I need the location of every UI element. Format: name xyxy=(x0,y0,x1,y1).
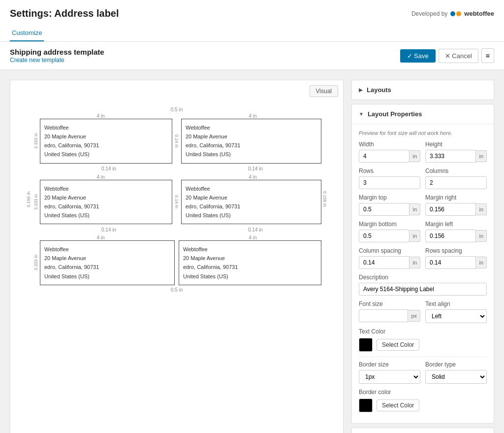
font-size-unit: px xyxy=(408,310,420,322)
right-panel: ▶ Layouts ▼ Layout Properties Preview fo… xyxy=(351,80,494,433)
addr-line-1-4: United States (US) xyxy=(44,150,168,159)
row-spacing-1: 0.14 in 0.14 in xyxy=(32,164,321,174)
text-align-group: Text align Left Center Right xyxy=(425,300,487,323)
col-spacing-label-2: 0.14 in xyxy=(174,195,179,208)
margin-bottom-left-row: Margin bottom in Margin left in xyxy=(359,221,487,242)
width-input[interactable] xyxy=(359,150,410,163)
layout-properties-title: Layout Properties xyxy=(368,110,422,118)
addr-line-1-3: edro, California, 90731 xyxy=(44,141,168,150)
text-color-group: Text Color Select Color xyxy=(359,328,487,352)
col-spacing-input[interactable] xyxy=(359,256,410,269)
margin-top-input[interactable] xyxy=(359,203,410,216)
sub-header-left: Shipping address template Create new tem… xyxy=(10,48,104,64)
grid-row-3-header: 4 in 4 in xyxy=(32,235,321,240)
label-cell-1-2: Webtoffee 20 Maple Avenue edro, Californ… xyxy=(181,119,321,164)
preview-main-row: 0.156 in 4 in 4 in xyxy=(25,113,328,285)
col-spacing-2: 0.14 in xyxy=(172,180,181,225)
menu-button[interactable]: ≡ xyxy=(481,48,494,63)
col-spacing-3 xyxy=(175,240,179,285)
border-type-label: Border type xyxy=(425,361,487,368)
label-cell-1-1: Webtoffee 20 Maple Avenue edro, Californ… xyxy=(40,119,172,164)
row3-col1-wrapper: 3.333 in Webtoffee 20 Maple Avenue edro,… xyxy=(32,240,175,285)
addr-line-1-1: Webtoffee xyxy=(44,123,168,132)
address-type-section: ▶ Address Type xyxy=(351,428,494,433)
cancel-button[interactable]: ✕ Cancel xyxy=(439,49,478,63)
row2-col1-width: 4 in xyxy=(32,174,169,180)
height-input[interactable] xyxy=(425,150,476,163)
visual-tab-bar: Visual xyxy=(15,85,338,97)
border-type-group: Border type Solid Dashed Dotted None xyxy=(425,361,487,384)
col1-header: 4 in xyxy=(32,113,169,119)
width-height-row: Width in Height in xyxy=(359,141,487,163)
margin-top-label: Margin top xyxy=(359,194,420,201)
row2-col2-wrapper: Webtoffee 20 Maple Avenue edro, Californ… xyxy=(181,180,321,225)
col2-width-label: 4 in xyxy=(184,113,321,119)
notice-text: Preview for font size will not work here… xyxy=(359,130,487,136)
brand-area: Developed by webtoffee xyxy=(411,10,494,17)
main-content: Visual 0.5 in 0.156 in 4 in xyxy=(0,70,504,433)
width-label: Width xyxy=(359,141,420,148)
description-input[interactable] xyxy=(359,283,487,296)
margin-bottom-unit: in xyxy=(410,230,420,242)
margin-bottom-input[interactable] xyxy=(359,230,410,242)
save-button[interactable]: ✓ Save xyxy=(400,49,436,63)
text-color-swatch[interactable] xyxy=(359,338,373,352)
margin-top-group: Margin top in xyxy=(359,194,420,216)
height-group: Height in xyxy=(425,141,487,163)
right-margin-label: 0.156 in xyxy=(321,113,328,285)
rows-input[interactable] xyxy=(359,176,420,189)
grid-row-1: 3.333 in Webtoffee 20 Maple Avenue edro,… xyxy=(32,119,321,164)
rows-label: Rows xyxy=(359,167,420,174)
border-color-select-button[interactable]: Select Color xyxy=(377,400,419,411)
margin-left-input[interactable] xyxy=(425,230,476,242)
text-align-select[interactable]: Left Center Right xyxy=(425,309,487,323)
border-size-group: Border size 1px 2px 3px xyxy=(359,361,420,384)
label-cell-2-2: Webtoffee 20 Maple Avenue edro, Californ… xyxy=(181,180,321,225)
text-color-select-button[interactable]: Select Color xyxy=(377,339,419,351)
grid-row-1-header: 4 in 4 in xyxy=(32,113,321,119)
label-preview-area: 0.5 in 0.156 in 4 in 4 in xyxy=(15,102,338,298)
row2-col2-width: 4 in xyxy=(184,174,321,180)
page-header: Settings: Address label Developed by web… xyxy=(0,0,504,42)
margin-left-label: Margin left xyxy=(425,221,487,228)
margin-right-input[interactable] xyxy=(425,203,476,216)
text-align-label: Text align xyxy=(425,300,487,307)
visual-panel: Visual 0.5 in 0.156 in 4 in xyxy=(10,80,344,433)
height-unit: in xyxy=(476,150,487,162)
rows-group: Rows xyxy=(359,167,420,189)
brand-dot-blue-icon xyxy=(450,11,455,16)
row-spacing-label: Rows spacing xyxy=(425,247,487,254)
border-type-select[interactable]: Solid Dashed Dotted None xyxy=(425,370,487,384)
margin-left-input-group: in xyxy=(425,230,487,242)
label-cell-3-1: Webtoffee 20 Maple Avenue edro, Californ… xyxy=(40,240,175,285)
create-new-template-link[interactable]: Create new template xyxy=(10,57,64,64)
col-spacing-unit: in xyxy=(410,257,420,268)
row-spacing-label-1: 0.14 in xyxy=(43,166,175,171)
margin-left-group: Margin left in xyxy=(425,221,487,242)
rows-cols-row: Rows Columns xyxy=(359,167,487,189)
grid-row-2-header: 4 in 4 in xyxy=(32,174,321,180)
divider-1 xyxy=(359,357,487,357)
addr-line-2-1: Webtoffee xyxy=(186,123,317,132)
grid-row-3: 3.333 in Webtoffee 20 Maple Avenue edro,… xyxy=(32,240,321,285)
toolbar: ✓ Save ✕ Cancel ≡ xyxy=(400,48,495,63)
border-size-select[interactable]: 1px 2px 3px xyxy=(359,370,420,384)
layouts-section-header[interactable]: ▶ Layouts xyxy=(352,80,494,100)
layout-properties-header[interactable]: ▼ Layout Properties xyxy=(352,104,494,124)
margin-right-unit: in xyxy=(476,203,487,215)
row-spacing-input[interactable] xyxy=(425,256,476,269)
visual-tab-button[interactable]: Visual xyxy=(310,85,338,97)
tab-bar: Customize xyxy=(10,25,494,41)
font-size-input[interactable] xyxy=(359,309,408,322)
text-color-swatch-row: Select Color xyxy=(359,338,487,352)
border-color-swatch[interactable] xyxy=(359,399,373,412)
address-type-header[interactable]: ▶ Address Type xyxy=(352,428,494,433)
row-spacing-2: 0.14 in 0.14 in xyxy=(32,224,321,235)
tab-customize[interactable]: Customize xyxy=(10,25,44,41)
height-label: Height xyxy=(425,141,487,148)
addr-line-2-3: edro, California, 90731 xyxy=(186,141,317,150)
row-spacing-unit: in xyxy=(476,257,487,268)
col2-header: 4 in xyxy=(184,113,321,119)
columns-input[interactable] xyxy=(425,176,487,189)
row1-height-label: 3.333 in xyxy=(32,133,40,149)
